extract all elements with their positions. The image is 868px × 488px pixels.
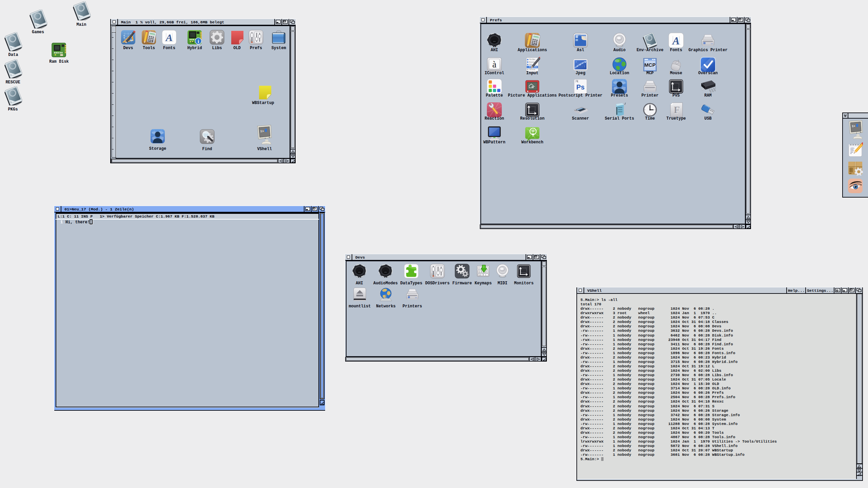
svg-text:0: 0 <box>485 274 486 276</box>
svg-text:A: A <box>672 35 680 47</box>
svg-text:à: à <box>492 59 496 69</box>
svg-text:Q: Q <box>479 270 480 272</box>
svg-text:File Man: File Man <box>529 59 535 60</box>
svg-text:Ctrl: Ctrl <box>479 274 481 276</box>
svg-text:Terminal: Terminal <box>529 69 535 70</box>
svg-text:i: i <box>198 39 199 44</box>
svg-text:Mail: Mail <box>529 64 532 65</box>
svg-text:A: A <box>165 32 173 43</box>
svg-text:MCP: MCP <box>644 62 656 68</box>
svg-text:D: D <box>486 270 488 272</box>
svg-text:Browser: Browser <box>529 61 535 63</box>
svg-text:Ps: Ps <box>576 83 585 91</box>
svg-text:1>: 1> <box>260 130 264 133</box>
svg-text:1>: 1> <box>852 125 855 128</box>
svg-text:F: F <box>674 104 680 115</box>
